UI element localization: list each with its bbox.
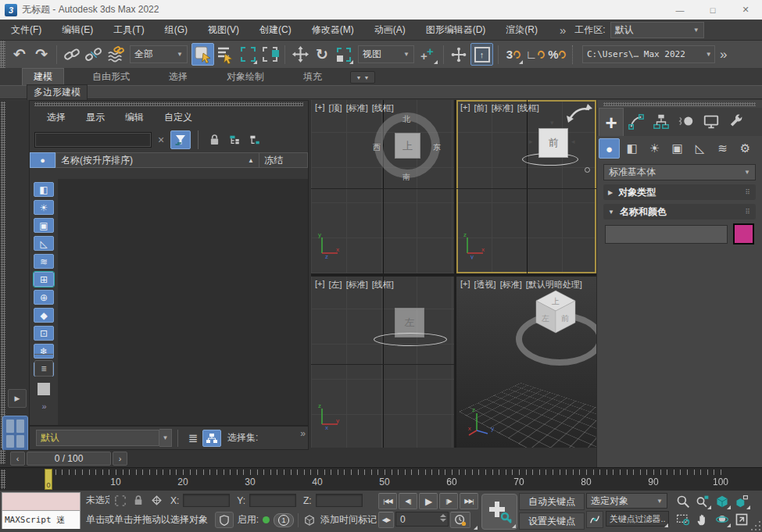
filter-containers-icon[interactable]: ⊡ [34, 326, 54, 341]
reference-coordinate-dropdown[interactable]: 视图 ▼ [358, 45, 414, 63]
column-header-name[interactable]: 名称(按升序排序) ▲ [55, 152, 259, 168]
viewcube-ring[interactable] [374, 333, 447, 346]
explorer-menu-item[interactable]: 编辑 [125, 111, 144, 124]
previous-frame-arrow[interactable]: ‹ [10, 452, 25, 466]
workspace-dropdown[interactable]: 默认 ▼ [610, 22, 704, 38]
maximize-button[interactable]: □ [696, 0, 729, 20]
tab-utilities[interactable] [724, 108, 749, 136]
ribbon-tab-freeform[interactable]: 自由形式 [81, 69, 141, 85]
x-coordinate-field[interactable] [183, 494, 230, 507]
set-keys-button[interactable] [481, 494, 517, 530]
selection-filter-dropdown[interactable]: 全部 ▼ [130, 45, 188, 63]
time-slider-handle[interactable]: 0 [45, 469, 52, 490]
filter-cameras-icon[interactable]: ▣ [34, 218, 54, 233]
angle-snap-toggle[interactable]: ∟C [525, 44, 546, 65]
viewport-menu-renderer[interactable]: [标准] [492, 102, 513, 114]
filter-helpers-icon[interactable]: ◺ [34, 236, 54, 251]
maximize-viewport-toggle[interactable] [732, 511, 751, 528]
layer-manager-button[interactable]: ≣ [184, 430, 202, 447]
menu-item[interactable]: 编辑(E) [62, 23, 93, 37]
filter-button[interactable] [170, 130, 191, 149]
auto-key-button[interactable]: 自动关键点 [519, 493, 585, 510]
isolate-selection-button[interactable]: 1 [274, 513, 294, 527]
lock-explorer-button[interactable] [206, 132, 223, 148]
maxscript-macro-pane[interactable] [2, 493, 80, 511]
viewport-menu-renderer[interactable]: [标准] [346, 102, 368, 114]
menu-overflow-icon[interactable]: » [560, 23, 565, 37]
go-to-end-button[interactable]: ▶▶| [460, 493, 478, 509]
tab-hierarchy[interactable] [649, 108, 674, 136]
viewport-menu-pov[interactable]: [透视] [474, 279, 496, 291]
snap-toggle-3d[interactable]: 3C [503, 44, 524, 65]
explorer-search-input[interactable] [34, 132, 152, 148]
key-mode-toggle[interactable]: ◀▶ [378, 512, 394, 528]
viewport-menu-pov[interactable]: [前] [474, 102, 488, 114]
absolute-mode-transform-toggle[interactable] [149, 495, 163, 507]
bind-to-space-warp-button[interactable] [106, 44, 126, 65]
time-configuration-button[interactable] [450, 512, 470, 528]
menu-item[interactable]: 文件(F) [11, 23, 41, 37]
category-spacewarps[interactable]: ≋ [712, 138, 733, 159]
rectangular-selection-region-button[interactable] [238, 44, 258, 65]
tab-modify[interactable] [624, 108, 649, 136]
ribbon-tab-object-paint[interactable]: 对象绘制 [216, 69, 275, 85]
menu-item[interactable]: 创建(C) [259, 23, 292, 37]
viewport-menu-shading[interactable]: [线框] [372, 102, 394, 114]
select-and-manipulate-button[interactable] [449, 44, 469, 65]
filter-shapes-icon[interactable]: ◧ [34, 182, 54, 197]
viewcube-rotate-arrows-icon[interactable] [566, 102, 594, 123]
add-time-tag-label[interactable]: 添加时间标记 [320, 513, 377, 527]
select-by-name-button[interactable] [216, 44, 236, 65]
clear-search-icon[interactable]: × [155, 134, 167, 146]
maxscript-listener-pane[interactable]: MAXScript 迷 [2, 511, 80, 529]
category-lights[interactable]: ☀ [644, 138, 665, 159]
explorer-menu-item[interactable]: 显示 [86, 111, 105, 124]
layerbar-overflow-icon[interactable]: » [300, 428, 305, 439]
menu-item[interactable]: 渲染(R) [506, 23, 538, 37]
menu-item[interactable]: 动画(A) [374, 23, 406, 37]
go-to-start-button[interactable]: |◀◀ [378, 493, 397, 509]
select-object-button[interactable] [191, 43, 214, 66]
select-and-scale-button[interactable] [334, 44, 354, 65]
play-button[interactable]: ▶ [419, 493, 438, 509]
project-folder-dropdown[interactable]: C:\Users\… Max 2022 ▼ [582, 45, 715, 63]
viewport-left[interactable]: [+] [左] [标准] [线框] 左 zyx [311, 277, 454, 448]
ribbon-tab-selection[interactable]: 选择 [158, 69, 199, 85]
ribbon-tab-populate[interactable]: 填充 [292, 69, 333, 85]
ribbon-tab-modeling[interactable]: 建模 [22, 68, 64, 85]
minimize-button[interactable]: — [664, 0, 696, 20]
viewcube-arrow-icon[interactable]: ◂ [571, 137, 575, 145]
viewport-menu-shading[interactable]: [线框] [517, 102, 539, 114]
ribbon-panel-polygon-modeling[interactable]: 多边形建模 [27, 84, 88, 101]
filter-xrefs-icon[interactable]: ⊕ [34, 290, 54, 305]
select-and-link-button[interactable] [62, 44, 82, 65]
trackbar-ruler[interactable]: 0102030405060708090100 [0, 468, 762, 491]
tab-create[interactable]: + [599, 108, 624, 136]
previous-frame-button[interactable]: ◀|| [399, 493, 417, 509]
collapse-all-button[interactable] [246, 132, 263, 148]
filter-groups-icon[interactable]: ⊞ [34, 272, 54, 287]
viewcube-ring[interactable] [522, 153, 578, 166]
display-influences-button[interactable]: ≡ [34, 360, 53, 377]
viewport-perspective[interactable]: [+] [透视] [标准] [默认明暗处理] 上 左 前 zxy [456, 277, 596, 448]
redo-button[interactable]: ↷ [31, 44, 52, 65]
maxscript-mini-listener[interactable]: MAXScript 迷 [2, 492, 80, 529]
select-and-rotate-button[interactable]: ↻ [312, 44, 332, 65]
viewport-menu-general[interactable]: [+] [315, 279, 325, 291]
display-all-toggle[interactable]: ● [30, 152, 55, 168]
close-button[interactable]: ✕ [729, 0, 762, 20]
unlink-selection-button[interactable] [84, 44, 104, 65]
zoom-region-button[interactable] [674, 511, 692, 528]
key-target-dropdown[interactable]: 选定对象 ▼ [586, 493, 667, 509]
percent-snap-toggle[interactable]: %C [547, 44, 567, 65]
rollout-object-type[interactable]: ▶ 对象类型 ⠿ [603, 184, 756, 200]
category-shapes[interactable]: ◧ [621, 138, 642, 159]
filter-bones-icon[interactable]: ◆ [34, 308, 54, 323]
viewport-layout-tabs-button[interactable] [2, 416, 28, 452]
category-systems[interactable]: ⚙ [735, 138, 756, 159]
ribbon-minimize-button[interactable]: ▼▼ [350, 71, 375, 84]
category-helpers[interactable]: ◺ [689, 138, 710, 159]
time-slider-field[interactable]: 0 / 100 [27, 452, 111, 466]
use-pivot-center-button[interactable]: ++ [418, 44, 438, 65]
category-geometry[interactable]: ● [599, 138, 620, 159]
